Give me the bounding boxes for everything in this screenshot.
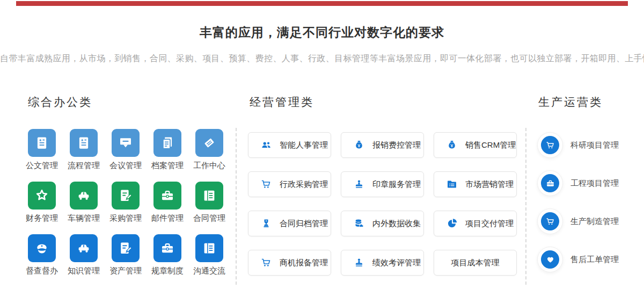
- tile-label: 档案管理: [151, 161, 184, 170]
- tile-label: 采购管理: [109, 213, 142, 223]
- circle-badge: [537, 247, 563, 272]
- tile-regulations[interactable]: 规章制度: [147, 234, 188, 276]
- tile-work-center[interactable]: 工作中心: [188, 129, 230, 170]
- money-bag-icon: [446, 139, 458, 151]
- item-research-project[interactable]: 科研项目管理: [537, 132, 619, 158]
- item-label: 生产制造管理: [570, 217, 619, 227]
- tile-archives[interactable]: 档案管理: [147, 129, 188, 170]
- card-label: 内外数据收集: [372, 219, 421, 229]
- section-divider: [525, 128, 526, 285]
- tickets-icon: [195, 129, 223, 157]
- card-label: 销售CRM管理: [465, 140, 516, 150]
- card-performance-review[interactable]: 绩效考评管理: [341, 250, 424, 276]
- tile-assets[interactable]: 资产管理: [105, 234, 147, 276]
- trophy-icon: [260, 218, 272, 229]
- card-admin-procurement[interactable]: 行政采购管理: [248, 171, 331, 197]
- toolbox-icon: [545, 178, 555, 189]
- card-project-delivery[interactable]: 项目交付管理: [434, 211, 517, 236]
- tile-contract[interactable]: 合同管理: [188, 182, 230, 223]
- tile-label: 流程管理: [68, 161, 100, 170]
- section-heading-production: 生产运营类: [538, 95, 603, 110]
- car-icon: [70, 182, 98, 210]
- tile-label: 工作中心: [193, 161, 225, 170]
- folder-list-icon: [446, 178, 458, 190]
- presentation-icon: [112, 129, 140, 157]
- users-icon: [260, 139, 272, 151]
- tile-label: 督查督办: [26, 266, 58, 276]
- card-label: 项目成本管理: [451, 258, 500, 268]
- card-business-opportunity[interactable]: 商机报备管理: [248, 250, 331, 276]
- card-label: 智能人事管理: [280, 140, 328, 150]
- card-label: 行政采购管理: [280, 179, 328, 190]
- tile-label: 会议管理: [109, 161, 142, 170]
- card-marketing[interactable]: 市场营销管理: [434, 171, 517, 197]
- document-star-icon: [70, 129, 98, 157]
- tile-supervision[interactable]: 督查督办: [21, 234, 63, 276]
- card-label: 项目交付管理: [465, 219, 514, 229]
- tile-official-doc[interactable]: 公文管理: [21, 129, 63, 170]
- card-label: 印章服务管理: [372, 179, 421, 190]
- circle-badge: [537, 170, 563, 196]
- card-data-collection[interactable]: 内外数据收集: [341, 211, 424, 236]
- tile-procurement[interactable]: 采购管理: [105, 182, 147, 223]
- card-label: 商机报备管理: [280, 258, 328, 268]
- card-seal-service[interactable]: 印章服务管理: [341, 171, 424, 197]
- card-contract-archive[interactable]: 合同归档管理: [248, 211, 331, 236]
- card-label: 报销费控管理: [372, 140, 421, 150]
- cart-icon: [545, 217, 555, 227]
- toolbox-icon: [153, 234, 181, 262]
- tile-label: 车辆管理: [68, 213, 100, 223]
- item-label: 科研项目管理: [570, 140, 619, 150]
- cart-icon: [260, 257, 272, 269]
- star-icon: [28, 182, 56, 210]
- database-icon: [353, 218, 365, 229]
- tile-label: 沟通交流: [193, 266, 225, 276]
- business-apps-grid: 智能人事管理 报销费控管理 销售CRM管理 行政采购管理 印章服务管理 市场营销…: [248, 132, 517, 276]
- document-pencil-icon: [112, 234, 140, 262]
- item-after-sales-ticket[interactable]: 售后工单管理: [537, 247, 619, 272]
- tile-meeting[interactable]: 会议管理: [105, 129, 147, 170]
- section-divider: [236, 128, 237, 285]
- stamp-icon: [353, 178, 365, 190]
- tile-label: 规章制度: [151, 266, 184, 276]
- stamp-icon: [353, 257, 365, 269]
- tile-label: 资产管理: [109, 266, 142, 276]
- tile-label: 邮件管理: [151, 213, 184, 223]
- tile-label: 知识管理: [68, 266, 100, 276]
- section-heading-office: 综合办公类: [28, 95, 92, 110]
- card-label: 合同归档管理: [280, 219, 328, 229]
- card-project-cost[interactable]: 项目成本管理: [434, 250, 517, 276]
- card-label: 绩效考评管理: [372, 258, 421, 268]
- police-cap-icon: [28, 234, 56, 262]
- tile-mail[interactable]: 邮件管理: [147, 182, 188, 223]
- circle-badge: [537, 132, 563, 158]
- card-sales-crm[interactable]: 销售CRM管理: [434, 132, 517, 158]
- tile-workflow[interactable]: 流程管理: [63, 129, 105, 170]
- money-bag-icon: [353, 139, 365, 151]
- card-label: 市场营销管理: [465, 179, 514, 190]
- cart-icon: [545, 140, 555, 150]
- document-star-icon: [28, 129, 56, 157]
- item-manufacturing[interactable]: 生产制造管理: [537, 208, 619, 234]
- card-hr-management[interactable]: 智能人事管理: [248, 132, 331, 158]
- page-subtitle: 自带丰富成熟应用，从市场，到销售，合同、采购、项目、预算、费控、人事、行政、目标…: [0, 53, 644, 64]
- pie-chart-icon: [446, 218, 458, 229]
- tile-vehicle[interactable]: 车辆管理: [63, 182, 105, 223]
- newspaper-icon: [195, 234, 223, 262]
- tile-label: 公文管理: [26, 161, 58, 170]
- tile-knowledge[interactable]: 知识管理: [63, 234, 105, 276]
- page-title: 丰富的应用，满足不同行业对数字化的要求: [0, 24, 644, 41]
- top-accent-bar: [16, 1, 628, 6]
- circle-badge: [537, 208, 563, 234]
- tile-communication[interactable]: 沟通交流: [188, 234, 230, 276]
- documents-stack-icon: [153, 129, 181, 157]
- cart-icon: [260, 178, 272, 190]
- office-apps-grid: 公文管理 流程管理 会议管理 档案管理 工作中心 财务管理: [21, 129, 230, 276]
- item-engineering-project[interactable]: 工程项目管理: [537, 170, 619, 196]
- tile-finance[interactable]: 财务管理: [21, 182, 63, 223]
- tile-label: 财务管理: [26, 213, 58, 223]
- production-apps-list: 科研项目管理 工程项目管理 生产制造管理: [537, 132, 619, 272]
- heart-icon: [545, 255, 555, 265]
- item-label: 售后工单管理: [570, 255, 619, 265]
- card-expense-control[interactable]: 报销费控管理: [341, 132, 424, 158]
